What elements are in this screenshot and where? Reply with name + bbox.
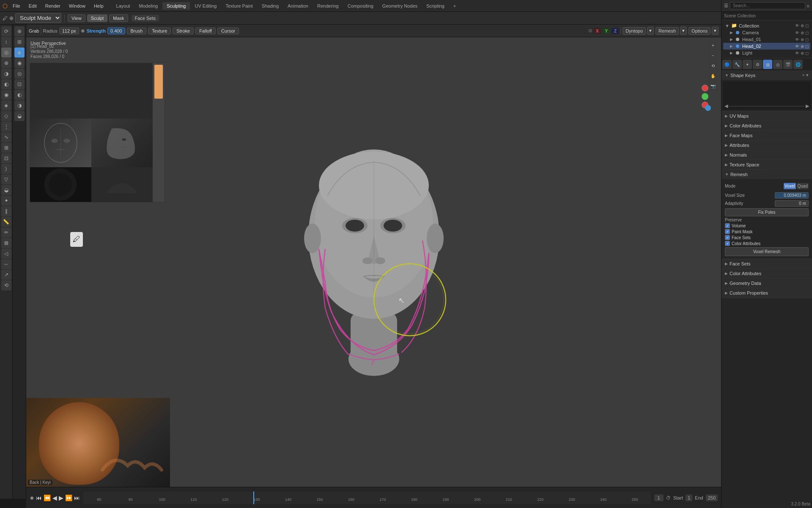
tool-20[interactable]: ↗ — [1, 270, 11, 280]
voxel-remesh-btn[interactable]: Voxel Remesh — [725, 247, 809, 256]
tab-uv-editing[interactable]: UV Editing — [190, 2, 221, 10]
preserve-volume-check[interactable] — [725, 223, 730, 228]
tool-17[interactable]: ∥ — [1, 206, 11, 216]
tool-18[interactable]: ⊠ — [1, 238, 11, 248]
sub-tool-6[interactable]: ◐ — [14, 90, 25, 100]
tool-19[interactable]: ◁ — [1, 248, 11, 259]
voxel-size-value[interactable]: 0.009403 m — [775, 192, 809, 199]
cursor-dropdown[interactable]: Cursor — [217, 28, 239, 34]
shape-keys-header[interactable]: ▼ Shape Keys + ▾ — [721, 70, 812, 80]
tool-active[interactable]: ◎ — [1, 47, 11, 58]
sub-tool-4[interactable]: ◎ — [14, 69, 25, 79]
frame-end[interactable]: 250 — [706, 494, 718, 501]
dyntopo-dropdown[interactable]: ▾ — [647, 27, 654, 35]
nav-zoom-out[interactable]: − — [708, 51, 718, 60]
brush-dropdown[interactable]: Brush — [127, 28, 147, 34]
shape-keys-ctrl-right[interactable]: ▶ — [806, 103, 809, 109]
tl-play-rev[interactable]: ◀ — [52, 494, 57, 501]
frame-start[interactable]: 1 — [686, 494, 692, 501]
sub-tool-active[interactable]: ◈ — [14, 47, 25, 58]
tl-next[interactable]: ⏩ — [65, 494, 72, 501]
tl-play[interactable]: ▶ — [59, 494, 63, 501]
face-sets-btn[interactable]: Face Sets — [132, 15, 159, 22]
face-sets-header2[interactable]: ▶ Face Sets — [721, 259, 812, 268]
texture-dropdown[interactable]: Texture — [148, 28, 171, 34]
tool-6[interactable]: ◉ — [1, 90, 11, 100]
shape-keys-add[interactable]: + — [802, 72, 805, 78]
tool-11[interactable]: ⊞ — [1, 143, 11, 153]
tab-shading[interactable]: Shading — [258, 2, 283, 10]
mask-btn[interactable]: Mask — [109, 14, 128, 22]
shape-keys-slider[interactable] — [729, 106, 805, 107]
tab-texture-paint[interactable]: Texture Paint — [221, 2, 257, 10]
axis-z[interactable]: Z — [612, 28, 619, 34]
props-modifier[interactable]: 🔧 — [732, 60, 742, 69]
tool-move[interactable]: ↕ — [1, 37, 11, 47]
tool-15[interactable]: ◒ — [1, 185, 11, 195]
tool-9[interactable]: ⋮ — [1, 121, 11, 132]
tool-3[interactable]: ⊕ — [1, 58, 11, 68]
shape-keys-dropdown[interactable]: ▾ — [806, 72, 809, 78]
remesh-voxel-btn[interactable]: Voxel — [784, 183, 796, 189]
color-attributes-header[interactable]: ▶ Color Attributes — [721, 121, 812, 130]
filter-icon[interactable]: ≡ — [807, 3, 809, 8]
props-data[interactable]: ▦ — [763, 60, 772, 69]
frame-current[interactable]: 1 — [654, 494, 664, 501]
tool-21[interactable]: ⟲ — [1, 280, 11, 290]
color-attributes-header2[interactable]: ▶ Color Attributes — [721, 269, 812, 278]
tool-13[interactable]: ⟩ — [1, 164, 11, 174]
stroke-dropdown[interactable]: Stroke — [173, 28, 194, 34]
radius-value[interactable]: 112 px — [59, 28, 79, 34]
tree-item-collection[interactable]: ▼ 📁 Collection 👁 ⊕ ◻ — [723, 22, 810, 29]
main-viewport[interactable]: User Perspective (1) Head_02 Vertices 28… — [26, 37, 721, 487]
tree-item-head01[interactable]: ▶ Head_01 👁 ⊕ ◻ — [723, 36, 810, 43]
tab-add[interactable]: + — [449, 2, 460, 10]
props-scene[interactable]: 🎬 — [783, 60, 793, 69]
sculpt-btn[interactable]: Sculpt — [87, 14, 108, 22]
tab-scripting[interactable]: Scripting — [422, 2, 449, 10]
tool-transform[interactable]: ↔ — [1, 259, 11, 269]
sub-tool-2[interactable]: ⊞ — [14, 37, 25, 47]
preserve-face-sets-check[interactable] — [725, 235, 730, 240]
shape-keys-ctrl-left[interactable]: ◀ — [724, 103, 728, 109]
tl-rec[interactable]: ⏺ — [30, 495, 34, 500]
tree-item-head02[interactable]: ▶ Head_02 👁 ⊕ ◻ — [723, 43, 810, 50]
outliner-search[interactable] — [730, 2, 805, 9]
props-particles[interactable]: ✦ — [743, 60, 752, 69]
remesh-quad-btn[interactable]: Quad — [797, 183, 809, 189]
remesh-btn[interactable]: Remesh — [656, 27, 679, 35]
tool-ruler[interactable]: 📏 — [1, 217, 11, 227]
tool-4[interactable]: ◑ — [1, 69, 11, 79]
tab-modeling[interactable]: Modeling — [135, 2, 162, 10]
menu-file[interactable]: File — [9, 3, 24, 9]
uv-maps-header[interactable]: ▶ UV Maps — [721, 111, 812, 121]
tool-12[interactable]: ⊡ — [1, 153, 11, 163]
sub-tool-7[interactable]: ◑ — [14, 100, 25, 110]
props-world[interactable]: 🌐 — [793, 60, 803, 69]
tool-10[interactable]: ∿ — [1, 132, 11, 142]
nav-zoom-in[interactable]: + — [708, 41, 718, 50]
options-dropdown[interactable]: ▾ — [712, 27, 719, 35]
nav-orbit[interactable]: ⟲ — [708, 61, 718, 70]
sub-tool-8[interactable]: ◒ — [14, 111, 25, 121]
dyntopo-btn[interactable]: Dyntopo — [623, 27, 646, 35]
menu-window[interactable]: Window — [66, 3, 89, 9]
tree-item-light[interactable]: ▶ Light 👁 ⊕ ◻ — [723, 50, 810, 56]
remesh-dropdown[interactable]: ▾ — [680, 27, 687, 35]
options-btn[interactable]: Options — [689, 27, 710, 35]
custom-props-header[interactable]: ▶ Custom Properties — [721, 288, 812, 298]
geometry-data-header[interactable]: ▶ Geometry Data — [721, 279, 812, 288]
axis-x[interactable]: X — [594, 28, 601, 34]
tab-geometry-nodes[interactable]: Geometry Nodes — [378, 2, 422, 10]
tl-skip-end[interactable]: ⏭ — [74, 494, 80, 501]
tab-animation[interactable]: Animation — [283, 2, 313, 10]
preserve-color-attributes-check[interactable] — [725, 241, 730, 246]
remesh-header[interactable]: ▼ Remesh — [721, 170, 812, 179]
tab-sculpting[interactable]: Sculpting — [162, 2, 190, 10]
sculpt-mode-select[interactable]: Sculpt Mode — [15, 13, 61, 23]
preserve-paint-mask-check[interactable] — [725, 229, 730, 234]
props-physics[interactable]: ⚙ — [753, 60, 762, 69]
sub-tool-5[interactable]: ⊡ — [14, 79, 25, 89]
strength-value[interactable]: 0.400 — [107, 28, 125, 34]
sub-tool-1[interactable]: ⊕ — [14, 26, 25, 36]
